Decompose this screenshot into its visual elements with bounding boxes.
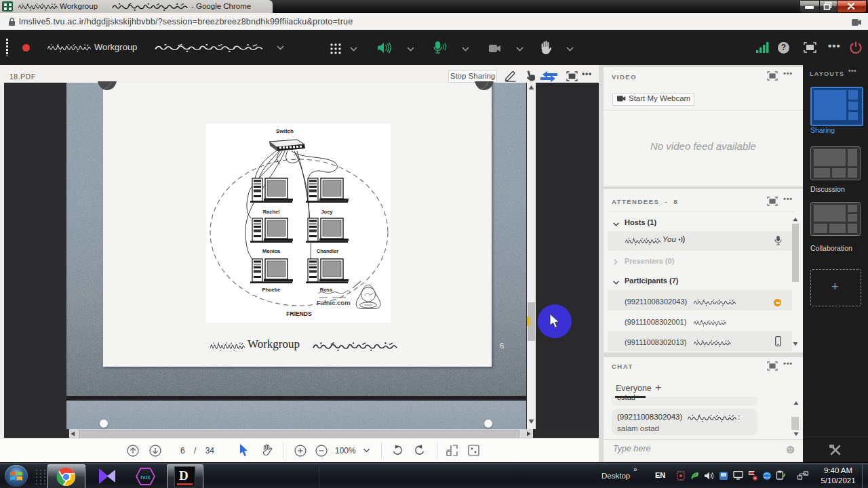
svg-text:nox: nox bbox=[140, 474, 151, 481]
svg-text:Monica: Monica bbox=[262, 248, 281, 254]
svg-text:Chandler: Chandler bbox=[317, 248, 339, 254]
svg-text:FRIENDS: FRIENDS bbox=[286, 310, 312, 317]
svg-text:Joey: Joey bbox=[321, 209, 333, 215]
svg-text:Falnic.com: Falnic.com bbox=[317, 299, 351, 306]
svg-text:Phoebe: Phoebe bbox=[262, 287, 280, 293]
svg-text:Switch: Switch bbox=[276, 128, 294, 134]
svg-text:Rachel: Rachel bbox=[263, 209, 280, 215]
